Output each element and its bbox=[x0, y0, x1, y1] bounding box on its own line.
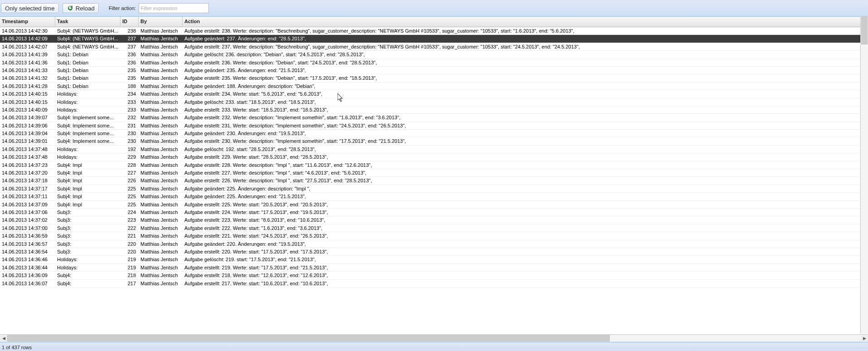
cell-action: Aufgabe geändert: 220. Änderungen: end: … bbox=[183, 240, 868, 248]
cell-task: Subj1: Debian bbox=[55, 59, 121, 66]
cell-task: Subj4: bbox=[55, 272, 121, 279]
table-row[interactable]: 14.06.2013 14:36:09Subj4:218Matthias Jen… bbox=[0, 272, 868, 279]
cell-task: Holidays: bbox=[55, 256, 121, 263]
table-row[interactable]: 14.06.2013 14:37:17Subj4: Impl225Matthia… bbox=[0, 185, 868, 193]
scroll-thumb[interactable] bbox=[7, 335, 610, 341]
cell-by: Matthias Jentsch bbox=[139, 90, 183, 98]
cell-by: Matthias Jentsch bbox=[139, 153, 183, 161]
table-row[interactable]: 14.06.2013 14:36:46Holidays:219Matthias … bbox=[0, 256, 868, 263]
cell-by: Matthias Jentsch bbox=[139, 272, 183, 279]
table-row[interactable]: 14.06.2013 14:36:44Holidays:219Matthias … bbox=[0, 264, 868, 272]
cell-action: Aufgabe gelöscht: 236. description: "Deb… bbox=[183, 51, 868, 58]
table-row[interactable]: 14.06.2013 14:40:15Holidays:233Matthias … bbox=[0, 98, 868, 106]
table-row[interactable]: 14.06.2013 14:37:20Subj4: Impl227Matthia… bbox=[0, 169, 868, 177]
grid: Timestamp Task ID By Action 14.06.2013 1… bbox=[0, 17, 868, 334]
cell-id: 192 bbox=[121, 146, 139, 153]
table-row[interactable]: 14.06.2013 14:41:33Subj1: Debian235Matth… bbox=[0, 67, 868, 74]
table-row[interactable]: 14.06.2013 14:36:07Subj4:217Matthias Jen… bbox=[0, 280, 868, 288]
cell-by: Matthias Jentsch bbox=[139, 51, 183, 58]
cell-action: Aufgabe erstellt: 235. Werte: descriptio… bbox=[183, 74, 868, 82]
filter-input[interactable] bbox=[139, 3, 209, 13]
table-row[interactable]: 14.06.2013 14:41:36Subj1: Debian236Matth… bbox=[0, 59, 868, 67]
cell-id: 235 bbox=[121, 74, 139, 82]
reload-button[interactable]: Reload bbox=[63, 3, 99, 13]
cell-timestamp: 14.06.2013 14:36:44 bbox=[0, 264, 55, 271]
column-header-task[interactable]: Task bbox=[55, 17, 121, 27]
column-header-timestamp[interactable]: Timestamp bbox=[0, 17, 55, 27]
table-row[interactable]: 14.06.2013 14:37:48Holidays:229Matthias … bbox=[0, 153, 868, 161]
cell-by: Matthias Jentsch bbox=[139, 43, 183, 50]
table-row[interactable]: 14.06.2013 14:42:09Subj4: (NETWAYS GmbH.… bbox=[0, 35, 868, 43]
cell-task: Holidays: bbox=[55, 153, 121, 161]
cell-timestamp: 14.06.2013 14:36:59 bbox=[0, 232, 55, 239]
cell-id: 232 bbox=[121, 114, 139, 121]
table-row[interactable]: 14.06.2013 14:41:28Subj1: Debian188Matth… bbox=[0, 83, 868, 90]
only-selected-time-button[interactable]: Only selected time bbox=[1, 3, 59, 13]
vertical-scrollbar[interactable] bbox=[860, 16, 868, 334]
scroll-left-icon[interactable]: ◀ bbox=[0, 335, 7, 342]
cell-id: 231 bbox=[121, 122, 139, 129]
cell-timestamp: 14.06.2013 14:41:36 bbox=[0, 59, 55, 66]
table-row[interactable]: 14.06.2013 14:37:23Subj4: Impl228Matthia… bbox=[0, 161, 868, 169]
cell-id: 217 bbox=[121, 280, 139, 287]
cell-action: Aufgabe erstellt: 229. Werte: start: "28… bbox=[183, 153, 868, 161]
cell-task: Subj4: Implement some... bbox=[55, 130, 121, 137]
cell-task: Subj4: Implement some... bbox=[55, 122, 121, 129]
table-row[interactable]: 14.06.2013 14:37:48Holidays:192Matthias … bbox=[0, 146, 868, 153]
cell-timestamp: 14.06.2013 14:36:09 bbox=[0, 272, 55, 279]
cell-task: Subj4: (NETWAYS GmbH... bbox=[55, 27, 121, 34]
table-row[interactable]: 14.06.2013 14:36:57Subj3:220Matthias Jen… bbox=[0, 240, 868, 248]
cell-task: Subj4: Impl bbox=[55, 161, 121, 169]
cell-timestamp: 14.06.2013 14:36:07 bbox=[0, 280, 55, 287]
cell-task: Subj4: Implement some... bbox=[55, 114, 121, 121]
table-row[interactable]: 14.06.2013 14:37:02Subj3:223Matthias Jen… bbox=[0, 216, 868, 224]
cell-timestamp: 14.06.2013 14:42:09 bbox=[0, 35, 55, 42]
table-row[interactable]: 14.06.2013 14:41:39Subj1: Debian236Matth… bbox=[0, 51, 868, 58]
cell-id: 225 bbox=[121, 193, 139, 200]
cell-action: Aufgabe gelöscht: 219. start: "17.5.2013… bbox=[183, 256, 868, 263]
table-row[interactable]: 14.06.2013 14:39:06Subj4: Implement some… bbox=[0, 122, 868, 130]
cell-id: 234 bbox=[121, 90, 139, 98]
table-row[interactable]: 14.06.2013 14:39:04Subj4: Implement some… bbox=[0, 130, 868, 137]
vscroll-thumb[interactable] bbox=[861, 16, 868, 44]
cell-task: Subj1: Debian bbox=[55, 83, 121, 90]
table-row[interactable]: 14.06.2013 14:37:00Subj3:222Matthias Jen… bbox=[0, 224, 868, 232]
table-row[interactable]: 14.06.2013 14:37:09Subj4: Impl225Matthia… bbox=[0, 201, 868, 209]
cell-id: 230 bbox=[121, 130, 139, 137]
cell-timestamp: 14.06.2013 14:37:48 bbox=[0, 153, 55, 161]
table-row[interactable]: 14.06.2013 14:42:30Subj4: (NETWAYS GmbH.… bbox=[0, 27, 868, 35]
grid-body[interactable]: 14.06.2013 14:42:30Subj4: (NETWAYS GmbH.… bbox=[0, 27, 868, 334]
table-row[interactable]: 14.06.2013 14:40:09Holidays:233Matthias … bbox=[0, 106, 868, 114]
cell-by: Matthias Jentsch bbox=[139, 177, 183, 184]
table-row[interactable]: 14.06.2013 14:42:07Subj4: (NETWAYS GmbH.… bbox=[0, 43, 868, 51]
column-header-by[interactable]: By bbox=[139, 17, 183, 27]
horizontal-scrollbar[interactable]: ◀ ▶ bbox=[0, 334, 868, 342]
cell-action: Aufgabe erstellt: 227. Werte: descriptio… bbox=[183, 169, 868, 176]
column-header-action[interactable]: Action bbox=[183, 17, 868, 27]
cell-task: Subj4: (NETWAYS GmbH... bbox=[55, 43, 121, 50]
table-row[interactable]: 14.06.2013 14:36:54Subj3:220Matthias Jen… bbox=[0, 248, 868, 256]
table-row[interactable]: 14.06.2013 14:40:15Holidays:234Matthias … bbox=[0, 90, 868, 98]
table-row[interactable]: 14.06.2013 14:37:06Subj3:224Matthias Jen… bbox=[0, 209, 868, 216]
cell-timestamp: 14.06.2013 14:41:28 bbox=[0, 83, 55, 90]
cell-by: Matthias Jentsch bbox=[139, 193, 183, 200]
cell-id: 226 bbox=[121, 177, 139, 184]
cell-timestamp: 14.06.2013 14:39:04 bbox=[0, 130, 55, 137]
scroll-track[interactable] bbox=[7, 335, 861, 341]
cell-timestamp: 14.06.2013 14:37:00 bbox=[0, 224, 55, 232]
cell-action: Aufgabe erstellt: 232. Werte: descriptio… bbox=[183, 114, 868, 121]
table-row[interactable]: 14.06.2013 14:37:18Subj4: Impl226Matthia… bbox=[0, 177, 868, 185]
scroll-right-icon[interactable]: ▶ bbox=[861, 335, 868, 342]
column-header-id[interactable]: ID bbox=[121, 17, 139, 27]
table-row[interactable]: 14.06.2013 14:39:01Subj4: Implement some… bbox=[0, 137, 868, 145]
table-row[interactable]: 14.06.2013 14:39:07Subj4: Implement some… bbox=[0, 114, 868, 122]
cell-by: Matthias Jentsch bbox=[139, 67, 183, 74]
cell-action: Aufgabe erstellt: 231. Werte: descriptio… bbox=[183, 122, 868, 129]
cell-by: Matthias Jentsch bbox=[139, 248, 183, 255]
table-row[interactable]: 14.06.2013 14:37:11Subj4: Impl225Matthia… bbox=[0, 193, 868, 200]
table-row[interactable]: 14.06.2013 14:41:32Subj1: Debian235Matth… bbox=[0, 74, 868, 82]
cell-id: 224 bbox=[121, 209, 139, 216]
table-row[interactable]: 14.06.2013 14:36:59Subj3:221Matthias Jen… bbox=[0, 232, 868, 240]
cell-task: Holidays: bbox=[55, 264, 121, 271]
cell-by: Matthias Jentsch bbox=[139, 264, 183, 271]
